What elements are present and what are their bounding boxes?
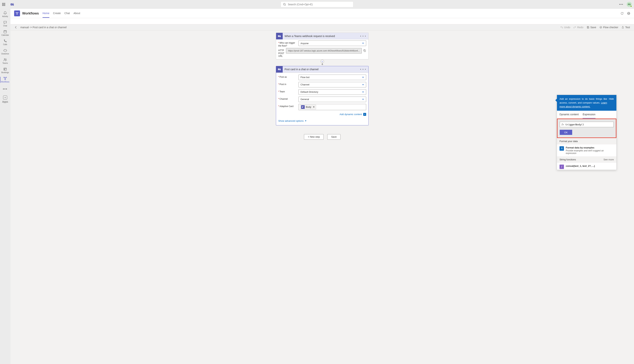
teams-connector-icon: T bbox=[276, 66, 283, 72]
ok-button[interactable]: OK bbox=[560, 130, 572, 135]
chevron-down-icon: ▼ bbox=[362, 91, 364, 93]
add-dynamic-content-link[interactable]: Add dynamic content + bbox=[340, 113, 366, 116]
svg-rect-5 bbox=[4, 30, 7, 33]
token-label: Body bbox=[306, 106, 311, 108]
search-input[interactable] bbox=[288, 3, 351, 6]
titlebar-more-icon[interactable]: ••• bbox=[619, 3, 623, 6]
svg-point-30 bbox=[280, 68, 280, 69]
rail-apps[interactable]: + Apps bbox=[2, 94, 8, 105]
svg-point-15 bbox=[6, 77, 7, 78]
globe-icon[interactable] bbox=[627, 12, 630, 15]
tab-home[interactable]: Home bbox=[43, 9, 49, 18]
format-data-item[interactable]: A Format data by examples Provide exampl… bbox=[557, 144, 616, 156]
app-launcher-icon[interactable] bbox=[2, 3, 5, 6]
post-in-select[interactable]: Channel▼ bbox=[298, 82, 366, 88]
panel-hint: Add an expression to do basic things lik… bbox=[559, 98, 607, 104]
trigger-card[interactable]: T When a Teams webhook request is receiv… bbox=[276, 32, 369, 60]
chevron-down-icon: ▼ bbox=[305, 120, 307, 122]
item-desc: Provide examples and we'll suggest an ex… bbox=[566, 150, 614, 154]
action-card-header[interactable]: T Post card in a chat or channel • • • bbox=[276, 66, 368, 73]
item-title: Format data by examples bbox=[566, 146, 614, 149]
search-icon bbox=[283, 3, 286, 6]
rail-chat[interactable]: Chat bbox=[0, 19, 11, 28]
svg-point-23 bbox=[600, 26, 602, 28]
copy-icon[interactable] bbox=[363, 49, 367, 52]
svg-text:T: T bbox=[302, 107, 303, 108]
rail-activity[interactable]: Activity bbox=[0, 10, 11, 19]
expression-field[interactable] bbox=[565, 123, 613, 126]
flow-canvas[interactable]: T When a Teams webhook request is receiv… bbox=[11, 30, 634, 364]
back-icon[interactable] bbox=[15, 26, 18, 29]
new-step-button[interactable]: + New step bbox=[304, 134, 324, 140]
connector: + bbox=[321, 60, 324, 65]
show-advanced-options[interactable]: Show advanced options ▼ bbox=[276, 118, 368, 123]
channel-select[interactable]: General▼ bbox=[298, 96, 366, 102]
panel-arrow-icon bbox=[555, 98, 557, 102]
rail-workflows[interactable]: Workflows bbox=[0, 75, 11, 84]
trigger-card-header[interactable]: T When a Teams webhook request is receiv… bbox=[276, 33, 368, 40]
tab-expression[interactable]: Expression bbox=[583, 111, 595, 118]
expression-panel: Add an expression to do basic things lik… bbox=[557, 95, 616, 170]
rail-label: Workflows bbox=[1, 81, 9, 83]
card-menu-icon[interactable]: • • • bbox=[358, 68, 368, 71]
who-trigger-select[interactable]: Anyone ▼ bbox=[298, 40, 366, 46]
post-as-select[interactable]: Flow bot▼ bbox=[298, 74, 366, 80]
svg-rect-13 bbox=[4, 69, 5, 70]
refresh-icon[interactable] bbox=[620, 12, 624, 15]
svg-point-14 bbox=[4, 77, 5, 78]
rail-calls[interactable]: Calls bbox=[0, 38, 11, 47]
tab-about[interactable]: About bbox=[74, 9, 80, 18]
see-more-link[interactable]: See more bbox=[603, 158, 614, 161]
rail-onedrive[interactable]: OneDrive bbox=[0, 47, 11, 56]
tab-create[interactable]: Create bbox=[53, 9, 61, 18]
teams-logo-icon: T bbox=[10, 2, 14, 6]
flow-checker-button[interactable]: Flow checker bbox=[599, 26, 618, 29]
chevron-down-icon: ▼ bbox=[362, 98, 364, 100]
chevron-down-icon: ▼ bbox=[362, 42, 364, 44]
tab-dynamic-content[interactable]: Dynamic content bbox=[559, 111, 579, 118]
test-label: Test bbox=[625, 26, 630, 29]
panel-header: Add an expression to do basic things lik… bbox=[557, 95, 616, 111]
title-bar: T ••• PS bbox=[0, 0, 634, 9]
who-trigger-label: *Who can trigger the flow? bbox=[278, 40, 297, 47]
fx-icon: ƒx bbox=[560, 123, 565, 126]
rail-label: Calls bbox=[3, 44, 7, 46]
svg-text:T: T bbox=[278, 69, 279, 70]
rail-label: Bookings bbox=[1, 72, 9, 74]
app-title: Workflows bbox=[22, 12, 39, 16]
test-button[interactable]: Test bbox=[621, 26, 630, 29]
concat-item[interactable]: ƒ concat(text_1, text_2?, ...) bbox=[557, 163, 616, 170]
user-avatar[interactable]: PS bbox=[627, 2, 632, 7]
string-section-header: String functions See more bbox=[557, 156, 616, 163]
rail-bookings[interactable]: Bookings bbox=[0, 66, 11, 75]
body-token[interactable]: T Body ✕ bbox=[300, 105, 316, 110]
teams-token-icon: T bbox=[301, 105, 305, 109]
remove-token-icon[interactable]: ✕ bbox=[313, 106, 315, 108]
team-label: *Team bbox=[278, 89, 297, 93]
redo-button[interactable]: Redo bbox=[573, 26, 583, 29]
adaptive-card-input[interactable]: T Body ✕ bbox=[298, 104, 366, 110]
save-label: Save bbox=[590, 26, 596, 29]
hide-panel-link[interactable]: Hide bbox=[609, 97, 614, 108]
svg-rect-27 bbox=[364, 50, 366, 52]
arrow-down-icon bbox=[321, 63, 324, 65]
select-value: General bbox=[300, 98, 309, 100]
global-search[interactable] bbox=[281, 2, 353, 7]
rail-label: Calendar bbox=[2, 34, 9, 36]
team-select[interactable]: Default Directory▼ bbox=[298, 89, 366, 95]
undo-button[interactable]: Undo bbox=[560, 26, 570, 29]
rail-calendar[interactable]: Calendar bbox=[0, 28, 11, 38]
rail-more-icon[interactable]: ••• bbox=[3, 86, 8, 93]
save-flow-button[interactable]: Save bbox=[327, 134, 341, 140]
card-menu-icon[interactable]: • • • bbox=[358, 35, 368, 38]
undo-label: Undo bbox=[564, 26, 570, 29]
tab-chat[interactable]: Chat bbox=[64, 9, 70, 18]
item-title: concat(text_1, text_2?, ...) bbox=[566, 164, 595, 167]
expression-input[interactable]: ƒx bbox=[560, 122, 614, 127]
expression-input-zone: ƒx OK bbox=[557, 118, 616, 138]
post-in-label: *Post in bbox=[278, 82, 297, 86]
action-card[interactable]: T Post card in a chat or channel • • • *… bbox=[276, 66, 369, 125]
save-button[interactable]: Save bbox=[587, 26, 596, 29]
rail-teams[interactable]: Teams bbox=[0, 57, 11, 66]
svg-point-3 bbox=[283, 3, 285, 5]
